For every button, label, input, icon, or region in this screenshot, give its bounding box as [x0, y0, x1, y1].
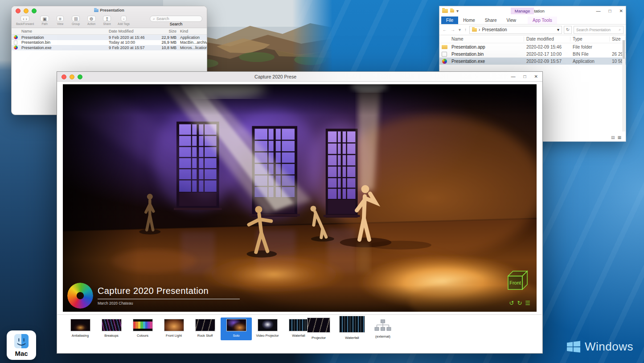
preset-thumb-antialiasing[interactable]: Antialiasing [65, 318, 96, 340]
table-row[interactable]: Presentation.exe 9 Feb 2020 at 15:57 10,… [12, 45, 207, 50]
windows-label: Windows [585, 340, 633, 354]
forward-icon: › [25, 16, 27, 21]
finder-titlebar[interactable]: Presentation [12, 6, 207, 15]
search-placeholder: Search Presentation [576, 28, 611, 32]
up-icon[interactable]: ↑ [464, 27, 468, 32]
action-button[interactable]: ⚙ Action [86, 16, 96, 25]
preset-thumb-projector[interactable]: Projector [307, 316, 330, 340]
tab-app-tools[interactable]: App Tools [528, 16, 557, 24]
file-name: Presentation.bin [20, 40, 107, 45]
list-header: Name Date Modified Size Kind [12, 28, 207, 35]
thumbnail-image [307, 318, 330, 333]
column-type[interactable]: Type [570, 37, 610, 41]
ribbon-tabs: File Home Share View App Tools [439, 16, 626, 25]
file-name: Presentation.app [449, 45, 524, 50]
back-forward-button[interactable]: ‹ › Back/Forward [16, 16, 34, 25]
maximize-button[interactable]: □ [524, 74, 526, 79]
preset-thumb-rock-stuff[interactable]: Rock Stuff [189, 318, 221, 340]
chevron-down-icon[interactable]: ▾ [557, 27, 559, 32]
orbit-right-icon[interactable]: ↻ [517, 300, 522, 306]
front-orientation-cube[interactable]: Front [505, 269, 529, 291]
thumbnail-view-icon[interactable]: ▦ [617, 135, 621, 140]
finder-face-icon [14, 334, 29, 349]
thumbnail-image [226, 319, 246, 331]
column-name[interactable]: Name [449, 37, 524, 41]
back-icon[interactable]: ← [442, 27, 448, 32]
menu-icon[interactable]: ☰ [525, 300, 530, 306]
show-title: Capture 2020 Presentation [98, 286, 240, 299]
org-chart-icon [374, 319, 392, 331]
table-row-selected[interactable]: Presentation.exe 2020-02-09 15:57 Applic… [439, 58, 626, 65]
share-button[interactable]: ↥ Share [102, 16, 112, 25]
add-tags-button[interactable]: ◦ Add Tags [118, 16, 130, 25]
minimize-button[interactable]: — [596, 8, 601, 13]
details-view-icon[interactable]: ▤ [611, 135, 615, 140]
windows-platform-badge: Windows [567, 340, 633, 354]
share-icon: ↥ [103, 16, 111, 21]
search-input[interactable]: ⌕ Search [150, 16, 202, 22]
search-placeholder: Search [156, 16, 169, 21]
scrollbar[interactable] [622, 40, 625, 132]
thumbnail-image [289, 319, 309, 331]
history-dropdown-icon[interactable]: ▾ [458, 27, 462, 32]
tab-home[interactable]: Home [458, 16, 480, 24]
column-date-modified[interactable]: Date modified [524, 37, 570, 41]
file-kind: MacBin...archive [178, 40, 207, 45]
show-subtitle: March 2020 Chateau [98, 301, 240, 305]
breadcrumb-segment[interactable]: Presentation [482, 27, 507, 32]
column-name[interactable]: Name [20, 29, 107, 33]
mac-platform-badge: Mac [7, 330, 36, 360]
file-name: Presentation [20, 35, 107, 40]
close-button[interactable] [62, 74, 66, 79]
close-button[interactable]: ✕ [534, 74, 538, 79]
group-button[interactable]: ⊞ Group [71, 16, 81, 25]
capture-titlebar[interactable]: Capture 2020 Prese — □ ✕ [57, 72, 542, 82]
preset-thumb-colours[interactable]: Colours [127, 318, 158, 340]
view-button[interactable]: ≡ View [55, 16, 65, 25]
table-row[interactable]: Presentation.app 2020-02-09 15:46 File f… [439, 43, 626, 50]
folder-icon [94, 9, 98, 12]
preset-thumb-solo-selected[interactable]: Solo [221, 318, 252, 340]
maximize-button[interactable]: □ [609, 8, 611, 13]
table-row[interactable]: Presentation.bin Today at 10:00 26,9 MB … [12, 40, 207, 45]
column-size[interactable]: Size [153, 29, 178, 33]
column-kind[interactable]: Kind [178, 29, 207, 33]
document-icon [442, 52, 447, 57]
thumbnail-image [102, 319, 122, 331]
table-row[interactable]: Presentation 9 Feb 2020 at 15:46 22,9 MB… [12, 35, 207, 40]
list-header: Name Date modified Type Size [439, 35, 626, 43]
preset-thumb-breakups[interactable]: Breakups [96, 318, 127, 340]
minimize-button[interactable] [70, 74, 74, 79]
preset-thumb-front-light[interactable]: Front Light [158, 318, 189, 340]
column-date-modified[interactable]: Date Modified [107, 29, 153, 33]
thumbnail-image [164, 319, 184, 331]
tab-view[interactable]: View [502, 16, 521, 24]
tab-share[interactable]: Share [480, 16, 502, 24]
search-caption: Search [170, 22, 183, 26]
refresh-button[interactable]: ↻ [564, 26, 572, 34]
path-button[interactable]: ▣ Path [40, 16, 49, 25]
stage-viewport[interactable]: Capture 2020 Presentation March 2020 Cha… [63, 84, 537, 312]
file-size: 26,9 MB [153, 40, 178, 45]
thumbnail-image [133, 319, 153, 331]
file-name: Presentation.bin [449, 52, 524, 57]
preset-thumb-waterfall-win[interactable]: Waterfall [339, 316, 365, 340]
preset-thumb-external[interactable]: (external) [374, 316, 392, 338]
minimize-button[interactable]: — [511, 74, 516, 79]
preset-thumb-video-projector[interactable]: Video Projector [252, 318, 283, 340]
show-caption: Capture 2020 Presentation March 2020 Cha… [98, 286, 240, 305]
forward-icon[interactable]: → [450, 27, 456, 32]
search-input[interactable]: Search Presentation ⌕ [574, 26, 623, 34]
orbit-left-icon[interactable]: ↺ [509, 300, 514, 306]
close-button[interactable]: ✕ [619, 8, 623, 13]
table-row[interactable]: Presentation.bin 2020-02-17 10:00 BIN Fi… [439, 50, 626, 58]
scrollbar-thumb[interactable] [623, 40, 625, 59]
zoom-button[interactable] [78, 74, 82, 79]
date-modified: 2020-02-09 15:57 [524, 59, 570, 64]
stage-preview-3d[interactable] [63, 84, 537, 312]
chevron-down-icon[interactable]: ▾ [456, 8, 459, 13]
breadcrumb[interactable]: › Presentation ▾ [469, 26, 562, 34]
tab-file[interactable]: File [441, 16, 458, 24]
path-icon: ▣ [40, 16, 49, 21]
manage-contextual-tab[interactable]: Manage [511, 8, 534, 14]
